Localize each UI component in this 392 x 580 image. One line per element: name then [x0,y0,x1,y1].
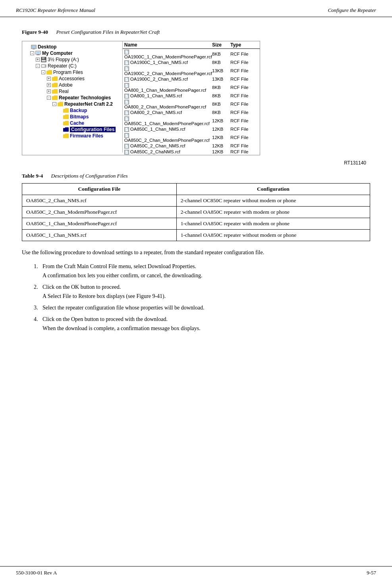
file-icon: 📄 [124,50,129,54]
file-type: RCF File [230,118,258,123]
adobe-label: Adobe [59,82,73,88]
svg-rect-2 [33,48,35,49]
folder-accessories-icon [52,76,58,81]
folder-programfiles-icon [46,70,52,75]
folder-bitmaps-icon [63,114,69,120]
config-table: Configuration File Configuration OA850C_… [22,183,370,241]
folder-configfiles-icon [63,127,69,132]
tree-item-adobe: + Adobe [25,82,122,88]
footer-right: 9-57 [367,570,376,576]
table-row: OA850C_2_Chan_ModemPhonePager.rcf2-chann… [22,206,370,218]
file-row: 📄OA800_2_Chan_NMS.rcf 8KB RCF File [123,110,260,116]
file-name: 📄OA1900C_1_Chan_ModemPhonePager.rcf [124,49,212,59]
page-header: RC1920C Repeater Reference Manual Config… [0,0,392,17]
file-name: 📄OA850C_2_ChaNMS.rcf [124,149,212,155]
file-icon: 📄 [124,116,129,121]
table-cell-file: OA850C_2_Chan_ModemPhonePager.rcf [22,206,177,218]
file-icon: 📄 [124,60,129,65]
expand-mycomputer: - [30,51,34,55]
file-icon: 📄 [124,127,129,132]
programfiles-label: Program Files [53,70,83,75]
table-row: OA850C_1_Chan_NMS.rcf1-channel OA850C re… [22,229,370,241]
tree-item-cache: Cache [25,120,122,126]
folder-cache-icon [63,120,69,126]
file-icon: 📄 [124,144,129,149]
file-rows: 📄OA1900C_1_Chan_ModemPhonePager.rcf 8KB … [123,49,260,155]
steps-list: 1.From the Craft Main Control File menu,… [34,262,370,333]
file-size: 13KB [212,68,230,73]
file-name: 📄OA1900C_2_Chan_NMS.rcf [124,77,212,82]
file-size: 13KB [212,77,230,81]
page-body: Figure 9-40 Preset Configuration Files i… [0,17,392,348]
file-name: 📄OA1900C_1_Chan_NMS.rcf [124,60,212,65]
file-icon: 📄 [124,83,129,88]
list-content: Select the repeater configuration file w… [42,304,370,312]
file-type: RCF File [230,93,258,98]
file-type: RCF File [230,149,258,154]
file-row: 📄OA1900C_2_Chan_ModemPhonePager.rcf 13KB… [123,66,260,76]
file-type: RCF File [230,85,258,90]
file-icon: 📄 [124,94,129,99]
file-name: 📄OA850C_2_Chan_ModemPhonePager.rcf [124,133,212,143]
desktop-label: Desktop [38,44,56,50]
list-content: Click on the Open button to proceed with… [42,315,370,333]
list-number: 3. [34,304,42,312]
file-row: 📄OA850C_2_Chan_NMS.rcf 12KB RCF File [123,143,260,149]
table-cell-desc: 1-channel OA850C repeater with modem or … [176,218,370,229]
table-cell-file: OA850C_1_Chan_NMS.rcf [22,229,177,241]
tree-item-floppy: + 3½ Floppy (A:) [25,56,122,63]
tree-item-accessories: + Accessories [25,75,122,82]
file-row: 📄OA800_1_Chan_ModemPhonePager.rcf 8KB RC… [123,82,260,93]
file-name: 📄OA850C_1_Chan_NMS.rcf [124,127,212,132]
tree-item-bitmaps: Bitmaps [25,114,122,120]
firmware-label: Firmware Files [70,133,103,139]
accessories-label: Accessories [59,76,85,81]
file-name: 📄OA800_1_Chan_ModemPhonePager.rcf [124,83,212,93]
file-name: 📄OA800_1_Chan_NMS.rcf [124,93,212,99]
file-name: 📄OA850C_1_Chan_ModemPhonePager.rcf [124,116,212,126]
file-size: 8KB [212,110,230,115]
repeater-c-label: Repeater (C:) [48,63,77,69]
file-type: RCF File [230,110,258,115]
file-size: 8KB [212,60,230,65]
table-cell-desc: 2-channel OA850C repeater with modem or … [176,206,370,218]
expand-real: + [47,89,51,93]
floppy-label: 3½ Floppy (A:) [48,57,79,62]
file-row: 📄OA1900C_1_Chan_NMS.rcf 8KB RCF File [123,60,260,66]
rt-number: RT131140 [22,160,370,166]
tree-item-repeater-tech: - Repeater Technologies [25,95,122,101]
file-row: 📄OA1900C_2_Chan_NMS.rcf 13KB RCF File [123,76,260,82]
header-left: RC1920C Repeater Reference Manual [16,7,95,14]
file-row: 📄OA1900C_1_Chan_ModemPhonePager.rcf 8KB … [123,49,260,60]
file-type: RCF File [230,143,258,148]
col-name: Name [124,42,212,48]
config-table-body: OA850C_2_Chan_NMS.rcf2-channel OC850C re… [22,195,370,241]
tree-item-firmware: Firmware Files [25,133,122,139]
file-size: 12KB [212,135,230,140]
tree-item-desktop: Desktop [25,44,122,50]
file-size: 12KB [212,127,230,131]
file-row: 📄OA800_2_Chan_ModemPhonePager.rcf 8KB RC… [123,99,260,110]
folder-backup-icon [63,108,69,113]
file-icon: 📄 [124,110,129,115]
table-header-file: Configuration File [22,183,177,195]
file-row: 📄OA850C_2_Chan_ModemPhonePager.rcf 12KB … [123,132,260,143]
file-type: RCF File [230,135,258,140]
tree-item-real: + Real [25,88,122,95]
tree-item-repeater-c: - Repeater (C:) [25,63,122,69]
repeaternet-label: RepeaterNet Craft 2.2 [64,101,113,107]
svg-rect-10 [42,60,46,62]
list-sub: A Select File to Restore box displays (s… [42,292,370,300]
file-size: 12KB [212,118,230,123]
table-header-config: Configuration [176,183,370,195]
table-row: OA850C_1_Chan_ModemPhonePager.rcf1-chann… [22,218,370,229]
configfiles-label: Configuration Files [70,127,116,132]
file-icon: 📄 [124,66,129,71]
expand-accessories: + [47,77,51,81]
file-size: 12KB [212,143,230,148]
file-icon: 📄 [124,133,129,138]
tree-item-backup: Backup [25,107,122,114]
screenshot-box: Desktop - My Computer + 3½ Floppy (A [22,41,260,155]
list-sub: When the download is complete, a confirm… [42,324,370,333]
file-size: 12KB [212,149,230,154]
